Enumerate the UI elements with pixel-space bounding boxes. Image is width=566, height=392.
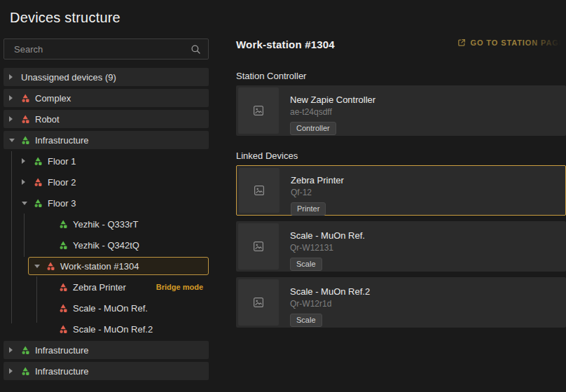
tree-item-label: Complex: [35, 93, 71, 104]
tree-item-label: Floor 1: [48, 156, 76, 167]
device-subtitle: Qr-W12r1d: [290, 299, 331, 309]
tree-item-label: Zebra Printer: [73, 282, 126, 293]
tree-item-label: Yezhik - Q342tQ: [73, 240, 139, 251]
chevron-down-icon[interactable]: [22, 202, 27, 205]
device-cluster-icon: [21, 94, 30, 103]
tree-item-floor-1[interactable]: Floor 1: [4, 152, 209, 170]
tree-item-scale-muon-ref-2[interactable]: Scale - MuOn Ref.2: [4, 320, 209, 338]
chevron-right-icon[interactable]: [9, 116, 21, 122]
tree-item-infrastructure[interactable]: Infrastructure: [4, 341, 209, 359]
tree-guide-line: [36, 276, 37, 323]
detail-sections: Station ControllerNew Zapie Controllerae…: [236, 71, 566, 328]
device-thumbnail: [238, 88, 279, 134]
device-title: Scale - MuOn Ref.2: [290, 286, 370, 297]
tree-item-yezhik-q333rt[interactable]: Yezhik - Q333rT: [4, 215, 209, 233]
image-placeholder-icon: [254, 185, 265, 196]
device-cluster-icon: [21, 115, 30, 124]
search-icon[interactable]: [191, 44, 201, 55]
device-card-info: Scale - MuOn Ref.Qr-W12131Scale: [279, 223, 365, 270]
chevron-down-icon[interactable]: [34, 265, 40, 268]
device-title: Zebra Printer: [291, 175, 344, 186]
chevron-down-icon[interactable]: [9, 139, 21, 142]
tree-item-floor-3[interactable]: Floor 3: [4, 194, 209, 212]
device-cluster-icon: [46, 262, 55, 271]
device-card-scale-muon-ref-2[interactable]: Scale - MuOn Ref.2Qr-W12r1dScale: [236, 277, 566, 328]
device-tree: Unassigned devices (9)ComplexRobotInfras…: [4, 68, 209, 383]
chevron-right-icon[interactable]: [9, 74, 21, 80]
chevron-right-icon[interactable]: [9, 95, 21, 101]
tree-item-robot[interactable]: Robot: [4, 110, 209, 128]
go-to-station-label: GO TO STATION PAGE: [470, 38, 565, 47]
device-cluster-icon: [59, 304, 68, 313]
chevron-right-icon[interactable]: [9, 347, 21, 353]
devices-structure-page: Devices structure Unassigned devices (9)…: [0, 0, 566, 392]
tree-item-label: Infrastructure: [35, 366, 89, 377]
device-thumbnail: [239, 168, 279, 213]
device-subtitle: ae-t24qsdff: [290, 107, 332, 117]
chevron-right-icon[interactable]: [22, 179, 34, 185]
tree-item-yezhik-q342tq[interactable]: Yezhik - Q342tQ: [4, 236, 209, 254]
external-link-icon: [457, 38, 466, 47]
tree-item-label: Floor 3: [48, 198, 76, 209]
chevron-down-icon[interactable]: [34, 265, 46, 268]
device-subtitle: Qf-12: [291, 188, 312, 197]
chevron-right-icon[interactable]: [9, 116, 13, 122]
tree-item-label: Infrastructure: [35, 345, 89, 356]
chevron-right-icon[interactable]: [22, 158, 34, 164]
search-input[interactable]: [14, 44, 191, 55]
device-cluster-icon: [34, 157, 43, 166]
tree-item-label: Floor 2: [48, 177, 76, 188]
chevron-down-icon[interactable]: [9, 139, 15, 142]
device-cluster-icon: [59, 220, 68, 229]
go-to-station-link[interactable]: GO TO STATION PAGE: [457, 38, 566, 47]
device-cluster-icon: [21, 346, 30, 355]
tree-item-work-station-1304[interactable]: Work-station #1304: [28, 257, 209, 275]
device-card-scale-muon-ref[interactable]: Scale - MuOn Ref.Qr-W12131Scale: [236, 221, 566, 272]
device-card-info: Scale - MuOn Ref.2Qr-W12r1dScale: [279, 279, 370, 326]
device-card-zebra-printer[interactable]: Zebra PrinterQf-12Printer: [236, 165, 566, 216]
device-type-badge: Scale: [290, 258, 322, 271]
tree-item-label: Work-station #1304: [60, 261, 139, 272]
chevron-right-icon[interactable]: [9, 95, 13, 101]
chevron-right-icon[interactable]: [9, 347, 13, 353]
station-detail-panel: Work-station #1304 GO TO STATION PAGE St…: [236, 0, 566, 392]
device-cluster-icon: [34, 199, 43, 208]
tree-item-scale-muon-ref[interactable]: Scale - MuOn Ref.: [4, 299, 209, 317]
device-tree-panel: Unassigned devices (9)ComplexRobotInfras…: [0, 0, 214, 392]
tree-item-zebra-printer[interactable]: Zebra PrinterBridge mode: [4, 278, 209, 296]
device-subtitle: Qr-W12131: [290, 243, 333, 253]
tree-item-label: Infrastructure: [35, 135, 89, 146]
tree-item-infrastructure[interactable]: Infrastructure: [4, 362, 209, 380]
device-cluster-icon: [59, 283, 68, 292]
chevron-right-icon[interactable]: [9, 74, 13, 80]
device-title: New Zapie Controller: [290, 94, 375, 105]
device-cluster-icon: [21, 136, 30, 145]
detail-header: Work-station #1304 GO TO STATION PAGE: [236, 38, 566, 50]
device-type-badge: Printer: [291, 202, 326, 216]
image-placeholder-icon: [253, 105, 264, 116]
device-cluster-icon: [59, 241, 68, 250]
tree-item-label: Unassigned devices (9): [21, 72, 116, 83]
device-cluster-icon: [21, 367, 30, 376]
card-list: New Zapie Controllerae-t24qsdffControlle…: [236, 85, 566, 136]
device-thumbnail: [238, 223, 279, 270]
device-title: Scale - MuOn Ref.: [290, 230, 365, 241]
tree-item-complex[interactable]: Complex: [4, 89, 209, 107]
search-box[interactable]: [4, 38, 209, 59]
tree-item-unassigned-devices-9[interactable]: Unassigned devices (9): [4, 68, 209, 86]
tree-item-label: Robot: [35, 114, 60, 125]
device-cluster-icon: [59, 325, 68, 334]
device-card-info: New Zapie Controllerae-t24qsdffControlle…: [279, 88, 375, 134]
tree-item-label: Scale - MuOn Ref.: [73, 303, 148, 314]
chevron-down-icon[interactable]: [22, 202, 34, 205]
chevron-right-icon[interactable]: [22, 158, 25, 164]
tree-item-infrastructure[interactable]: Infrastructure: [4, 131, 209, 149]
tree-item-floor-2[interactable]: Floor 2: [4, 173, 209, 191]
device-card-new-zapie-controller[interactable]: New Zapie Controllerae-t24qsdffControlle…: [236, 85, 566, 136]
chevron-right-icon[interactable]: [22, 179, 25, 185]
chevron-right-icon[interactable]: [9, 368, 21, 374]
chevron-right-icon[interactable]: [9, 368, 13, 374]
device-type-badge: Controller: [290, 122, 336, 135]
device-cluster-icon: [34, 178, 43, 187]
tree-item-label: Scale - MuOn Ref.2: [73, 324, 153, 335]
